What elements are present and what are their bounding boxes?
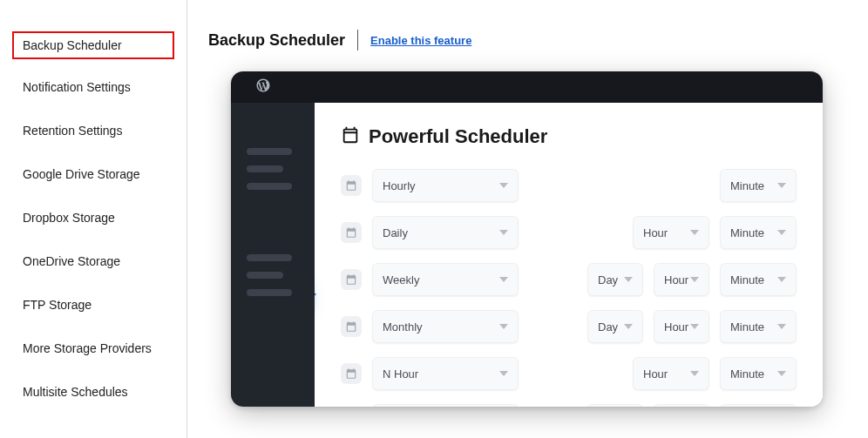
chevron-down-icon bbox=[690, 324, 699, 329]
sidebar-item-onedrive-storage[interactable]: OneDrive Storage bbox=[0, 246, 186, 277]
page-title: Backup Scheduler bbox=[208, 31, 345, 50]
chevron-down-icon bbox=[499, 371, 508, 376]
minute-select[interactable]: Minute bbox=[720, 216, 797, 249]
primary-select[interactable]: Hourly bbox=[372, 169, 519, 202]
schedule-icon bbox=[341, 222, 362, 243]
hour-select[interactable]: Hour bbox=[633, 216, 709, 249]
sidebar-item-multisite-schedules[interactable]: Multisite Schedules bbox=[0, 376, 186, 408]
hour-select[interactable]: Hour bbox=[633, 357, 709, 390]
chevron-down-icon bbox=[690, 277, 699, 282]
main: Backup Scheduler Enable this feature bbox=[187, 0, 868, 438]
primary-select[interactable]: N Days bbox=[372, 404, 519, 407]
sidebar-item-retention-settings[interactable]: Retention Settings bbox=[0, 115, 186, 146]
hour-select[interactable]: Hour bbox=[654, 310, 709, 343]
minute-select[interactable]: Minute bbox=[720, 263, 797, 296]
chevron-down-icon bbox=[499, 277, 508, 282]
chevron-down-icon bbox=[777, 183, 786, 188]
sidebar-item-notification-settings[interactable]: Notification Settings bbox=[0, 71, 186, 103]
minute-select[interactable]: Minute bbox=[720, 310, 797, 343]
day-select[interactable]: Day bbox=[587, 310, 643, 343]
chevron-down-icon bbox=[777, 324, 786, 329]
chevron-down-icon bbox=[624, 277, 633, 282]
schedule-row-weekly: Weekly Day Hour Minute bbox=[341, 263, 797, 296]
header: Backup Scheduler Enable this feature bbox=[208, 30, 823, 51]
primary-select[interactable]: N Hour bbox=[372, 357, 519, 390]
chevron-down-icon bbox=[499, 324, 508, 329]
schedule-icon bbox=[341, 316, 362, 337]
chevron-down-icon bbox=[777, 230, 786, 235]
primary-select[interactable]: Monthly bbox=[372, 310, 519, 343]
preview-topbar bbox=[231, 71, 823, 103]
primary-select[interactable]: Daily bbox=[372, 216, 519, 249]
chevron-down-icon bbox=[499, 183, 508, 188]
chevron-down-icon bbox=[499, 230, 508, 235]
schedule-row-n-days: N Days Days Hour Minute bbox=[341, 404, 797, 407]
hour-select[interactable]: Hour bbox=[654, 404, 709, 407]
schedule-icon bbox=[341, 269, 362, 290]
sidebar-item-backup-scheduler[interactable]: Backup Scheduler bbox=[12, 31, 174, 59]
primary-select[interactable]: Weekly bbox=[372, 263, 519, 296]
divider bbox=[357, 30, 358, 51]
chevron-down-icon bbox=[690, 230, 699, 235]
days-select[interactable]: Days bbox=[587, 404, 643, 407]
schedule-row-monthly: Monthly Day Hour Minute bbox=[341, 310, 797, 343]
schedule-row-hourly: Hourly Minute bbox=[341, 169, 797, 202]
day-select[interactable]: Day bbox=[587, 263, 643, 296]
chevron-down-icon bbox=[777, 371, 786, 376]
schedule-row-n-hour: N Hour Hour Minute bbox=[341, 357, 797, 390]
chevron-down-icon bbox=[690, 371, 699, 376]
chevron-down-icon bbox=[624, 324, 633, 329]
sidebar: Backup Scheduler Notification Settings R… bbox=[0, 0, 187, 438]
hour-select[interactable]: Hour bbox=[654, 263, 709, 296]
sidebar-item-google-drive-storage[interactable]: Google Drive Storage bbox=[0, 158, 186, 190]
sidebar-item-dropbox-storage[interactable]: Dropbox Storage bbox=[0, 202, 186, 233]
sidebar-item-ftp-storage[interactable]: FTP Storage bbox=[0, 289, 186, 320]
panel-title: Powerful Scheduler bbox=[369, 125, 547, 148]
minute-select[interactable]: Minute bbox=[720, 404, 797, 407]
schedule-row-daily: Daily Hour Minute bbox=[341, 216, 797, 249]
minute-select[interactable]: Minute bbox=[720, 357, 797, 390]
sidebar-item-more-storage-providers[interactable]: More Storage Providers bbox=[0, 333, 186, 364]
feature-preview-card: Powerful Scheduler Hourly Minute Daily bbox=[231, 71, 823, 407]
enable-feature-link[interactable]: Enable this feature bbox=[370, 34, 471, 47]
minute-select[interactable]: Minute bbox=[720, 169, 797, 202]
schedule-icon bbox=[341, 175, 362, 196]
preview-mock-nav bbox=[231, 103, 315, 407]
chevron-down-icon bbox=[777, 277, 786, 282]
calendar-icon bbox=[341, 125, 360, 148]
schedule-icon bbox=[341, 363, 362, 384]
wordpress-icon bbox=[255, 77, 271, 97]
scheduler-panel: Powerful Scheduler Hourly Minute Daily bbox=[315, 103, 823, 407]
